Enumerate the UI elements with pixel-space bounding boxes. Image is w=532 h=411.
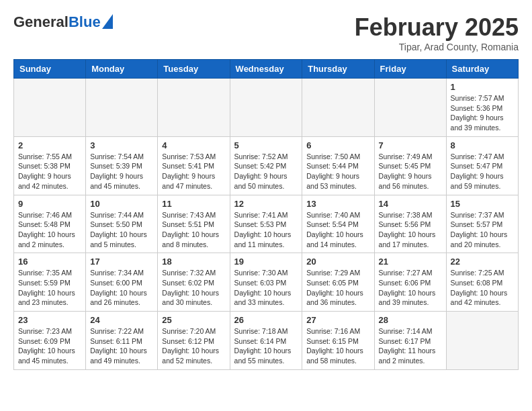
- day-number: 3: [90, 140, 153, 150]
- calendar-cell: 6Sunrise: 7:50 AM Sunset: 5:44 PM Daylig…: [302, 136, 374, 195]
- day-info: Sunrise: 7:23 AM Sunset: 6:09 PM Dayligh…: [18, 326, 81, 366]
- weekday-header-monday: Monday: [86, 60, 158, 79]
- day-number: 28: [379, 315, 442, 325]
- day-number: 6: [306, 140, 369, 150]
- calendar-cell: [86, 79, 158, 137]
- calendar-week-4: 16Sunrise: 7:35 AM Sunset: 5:59 PM Dayli…: [14, 253, 519, 312]
- calendar-cell: 17Sunrise: 7:34 AM Sunset: 6:00 PM Dayli…: [86, 253, 158, 312]
- day-number: 21: [379, 257, 442, 267]
- day-number: 14: [379, 199, 442, 209]
- calendar-cell: 22Sunrise: 7:25 AM Sunset: 6:08 PM Dayli…: [446, 253, 518, 312]
- day-info: Sunrise: 7:46 AM Sunset: 5:48 PM Dayligh…: [18, 210, 81, 250]
- title-block: February 2025 Tipar, Arad County, Romani…: [355, 13, 519, 52]
- day-info: Sunrise: 7:27 AM Sunset: 6:06 PM Dayligh…: [379, 268, 442, 308]
- location: Tipar, Arad County, Romania: [355, 42, 519, 52]
- calendar-cell: 27Sunrise: 7:16 AM Sunset: 6:15 PM Dayli…: [302, 312, 374, 370]
- day-info: Sunrise: 7:29 AM Sunset: 6:05 PM Dayligh…: [306, 268, 369, 308]
- day-number: 12: [234, 199, 298, 209]
- calendar-cell: 13Sunrise: 7:40 AM Sunset: 5:54 PM Dayli…: [302, 195, 374, 253]
- calendar-week-2: 2Sunrise: 7:55 AM Sunset: 5:38 PM Daylig…: [14, 136, 519, 195]
- day-info: Sunrise: 7:41 AM Sunset: 5:53 PM Dayligh…: [234, 210, 298, 250]
- calendar-cell: 25Sunrise: 7:20 AM Sunset: 6:12 PM Dayli…: [158, 312, 230, 370]
- day-number: 10: [90, 199, 153, 209]
- day-number: 23: [18, 315, 81, 325]
- calendar-cell: 5Sunrise: 7:52 AM Sunset: 5:42 PM Daylig…: [230, 136, 302, 195]
- calendar-cell: 10Sunrise: 7:44 AM Sunset: 5:50 PM Dayli…: [86, 195, 158, 253]
- day-number: 22: [451, 257, 514, 267]
- month-title: February 2025: [355, 13, 519, 42]
- day-number: 7: [379, 140, 442, 150]
- day-number: 27: [306, 315, 369, 325]
- day-info: Sunrise: 7:20 AM Sunset: 6:12 PM Dayligh…: [162, 326, 225, 366]
- weekday-header-thursday: Thursday: [302, 60, 374, 79]
- day-info: Sunrise: 7:16 AM Sunset: 6:15 PM Dayligh…: [306, 326, 369, 366]
- day-info: Sunrise: 7:37 AM Sunset: 5:57 PM Dayligh…: [451, 210, 514, 250]
- day-number: 25: [162, 315, 225, 325]
- day-info: Sunrise: 7:34 AM Sunset: 6:00 PM Dayligh…: [90, 268, 153, 308]
- day-info: Sunrise: 7:54 AM Sunset: 5:39 PM Dayligh…: [90, 152, 153, 191]
- logo-general: General: [13, 13, 69, 31]
- day-number: 8: [451, 140, 514, 150]
- day-number: 11: [162, 199, 225, 209]
- calendar-cell: 20Sunrise: 7:29 AM Sunset: 6:05 PM Dayli…: [302, 253, 374, 312]
- day-number: 15: [451, 199, 514, 209]
- day-info: Sunrise: 7:32 AM Sunset: 6:02 PM Dayligh…: [162, 268, 225, 308]
- day-info: Sunrise: 7:38 AM Sunset: 5:56 PM Dayligh…: [379, 210, 442, 250]
- calendar-week-5: 23Sunrise: 7:23 AM Sunset: 6:09 PM Dayli…: [14, 312, 519, 370]
- day-info: Sunrise: 7:30 AM Sunset: 6:03 PM Dayligh…: [234, 268, 298, 308]
- day-info: Sunrise: 7:40 AM Sunset: 5:54 PM Dayligh…: [306, 210, 369, 250]
- day-number: 13: [306, 199, 369, 209]
- day-number: 20: [306, 257, 369, 267]
- weekday-header-tuesday: Tuesday: [158, 60, 230, 79]
- day-number: 17: [90, 257, 153, 267]
- calendar-cell: 23Sunrise: 7:23 AM Sunset: 6:09 PM Dayli…: [14, 312, 86, 370]
- weekday-header-friday: Friday: [374, 60, 446, 79]
- day-number: 24: [90, 315, 153, 325]
- calendar-cell: 18Sunrise: 7:32 AM Sunset: 6:02 PM Dayli…: [158, 253, 230, 312]
- day-info: Sunrise: 7:43 AM Sunset: 5:51 PM Dayligh…: [162, 210, 225, 250]
- day-info: Sunrise: 7:49 AM Sunset: 5:45 PM Dayligh…: [379, 152, 442, 191]
- day-info: Sunrise: 7:35 AM Sunset: 5:59 PM Dayligh…: [18, 268, 81, 308]
- logo-blue: Blue: [69, 13, 101, 31]
- calendar-cell: 19Sunrise: 7:30 AM Sunset: 6:03 PM Dayli…: [230, 253, 302, 312]
- calendar-cell: 16Sunrise: 7:35 AM Sunset: 5:59 PM Dayli…: [14, 253, 86, 312]
- svg-marker-0: [102, 14, 113, 29]
- calendar-cell: 3Sunrise: 7:54 AM Sunset: 5:39 PM Daylig…: [86, 136, 158, 195]
- day-number: 9: [18, 199, 81, 209]
- logo-triangle-icon: [102, 14, 113, 29]
- calendar-cell: 7Sunrise: 7:49 AM Sunset: 5:45 PM Daylig…: [374, 136, 446, 195]
- day-info: Sunrise: 7:47 AM Sunset: 5:47 PM Dayligh…: [451, 152, 514, 191]
- calendar-cell: 15Sunrise: 7:37 AM Sunset: 5:57 PM Dayli…: [446, 195, 518, 253]
- calendar-cell: 1Sunrise: 7:57 AM Sunset: 5:36 PM Daylig…: [446, 79, 518, 137]
- day-info: Sunrise: 7:44 AM Sunset: 5:50 PM Dayligh…: [90, 210, 153, 250]
- day-info: Sunrise: 7:22 AM Sunset: 6:11 PM Dayligh…: [90, 326, 153, 366]
- calendar-cell: 28Sunrise: 7:14 AM Sunset: 6:17 PM Dayli…: [374, 312, 446, 370]
- day-info: Sunrise: 7:55 AM Sunset: 5:38 PM Dayligh…: [18, 152, 81, 191]
- calendar-cell: 21Sunrise: 7:27 AM Sunset: 6:06 PM Dayli…: [374, 253, 446, 312]
- weekday-header-wednesday: Wednesday: [230, 60, 302, 79]
- calendar-cell: [446, 312, 518, 370]
- weekday-header-saturday: Saturday: [446, 60, 518, 79]
- day-number: 26: [234, 315, 298, 325]
- day-info: Sunrise: 7:53 AM Sunset: 5:41 PM Dayligh…: [162, 152, 225, 191]
- calendar-cell: 24Sunrise: 7:22 AM Sunset: 6:11 PM Dayli…: [86, 312, 158, 370]
- calendar-cell: [230, 79, 302, 137]
- page-header: General Blue February 2025 Tipar, Arad C…: [13, 13, 519, 52]
- calendar-cell: [14, 79, 86, 137]
- calendar-cell: 26Sunrise: 7:18 AM Sunset: 6:14 PM Dayli…: [230, 312, 302, 370]
- day-info: Sunrise: 7:50 AM Sunset: 5:44 PM Dayligh…: [306, 152, 369, 191]
- calendar-cell: 2Sunrise: 7:55 AM Sunset: 5:38 PM Daylig…: [14, 136, 86, 195]
- day-number: 5: [234, 140, 298, 150]
- calendar-cell: 12Sunrise: 7:41 AM Sunset: 5:53 PM Dayli…: [230, 195, 302, 253]
- calendar-cell: 4Sunrise: 7:53 AM Sunset: 5:41 PM Daylig…: [158, 136, 230, 195]
- day-number: 18: [162, 257, 225, 267]
- day-info: Sunrise: 7:18 AM Sunset: 6:14 PM Dayligh…: [234, 326, 298, 366]
- calendar-cell: 9Sunrise: 7:46 AM Sunset: 5:48 PM Daylig…: [14, 195, 86, 253]
- calendar-table: SundayMondayTuesdayWednesdayThursdayFrid…: [13, 59, 519, 370]
- calendar-cell: 14Sunrise: 7:38 AM Sunset: 5:56 PM Dayli…: [374, 195, 446, 253]
- calendar-cell: [374, 79, 446, 137]
- day-info: Sunrise: 7:25 AM Sunset: 6:08 PM Dayligh…: [451, 268, 514, 308]
- calendar-week-1: 1Sunrise: 7:57 AM Sunset: 5:36 PM Daylig…: [14, 79, 519, 137]
- day-number: 2: [18, 140, 81, 150]
- calendar-cell: [302, 79, 374, 137]
